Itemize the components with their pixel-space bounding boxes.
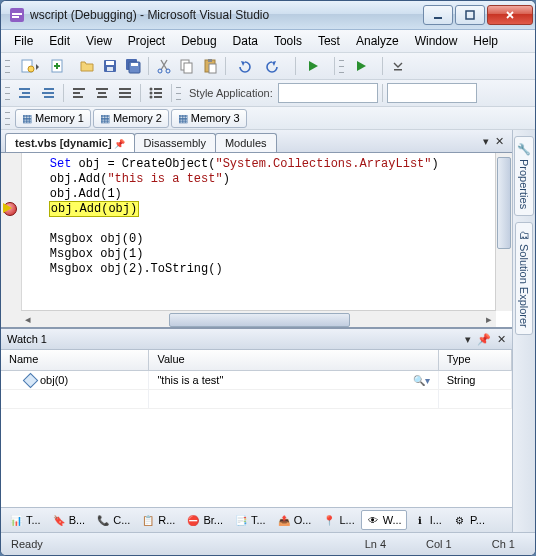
svg-rect-4 [466, 11, 474, 19]
watch-row-empty[interactable] [1, 390, 512, 409]
tab-icon: 📊 [9, 513, 23, 527]
tab-icon: ⛔ [186, 513, 200, 527]
document-tab[interactable]: Disassembly [134, 133, 216, 152]
tab-list-dropdown[interactable]: ▾ [483, 135, 489, 148]
tab-icon: ⚙ [453, 513, 467, 527]
close-document-button[interactable]: ✕ [495, 135, 504, 148]
svg-rect-36 [119, 88, 131, 90]
bottom-tab[interactable]: 📍L... [317, 510, 359, 530]
bottom-tab[interactable]: 📞C... [91, 510, 135, 530]
maximize-button[interactable] [455, 5, 485, 25]
copy-button[interactable] [176, 55, 198, 77]
side-tab-solution-explorer[interactable]: 🗂Solution Explorer [515, 222, 533, 335]
menu-edit[interactable]: Edit [42, 32, 77, 50]
toolbar-grip[interactable] [339, 57, 344, 75]
toolbar-grip[interactable] [5, 109, 10, 127]
bottom-tab[interactable]: 📑T... [229, 510, 271, 530]
vertical-scrollbar[interactable] [495, 153, 512, 311]
document-tab[interactable]: Modules [215, 133, 277, 152]
bottom-tab[interactable]: 👁W... [361, 510, 407, 530]
close-button[interactable] [487, 5, 533, 25]
bottom-tab[interactable]: ⚙P... [448, 510, 490, 530]
continue-button[interactable] [348, 55, 378, 77]
undo-button[interactable] [230, 55, 260, 77]
open-button[interactable] [76, 55, 98, 77]
toolbar-grip[interactable] [176, 84, 181, 102]
watch-row[interactable]: obj(0)"this is a test"🔍▾String [1, 371, 512, 390]
menu-file[interactable]: File [7, 32, 40, 50]
document-tab[interactable]: test.vbs [dynamic]📌 [5, 133, 135, 152]
editor-gutter[interactable] [1, 153, 22, 327]
watch-column-header[interactable]: Value [149, 350, 438, 370]
menu-window[interactable]: Window [408, 32, 465, 50]
bottom-tab[interactable]: ℹI... [408, 510, 447, 530]
bottom-tab[interactable]: 📊T... [4, 510, 46, 530]
menu-test[interactable]: Test [311, 32, 347, 50]
save-button[interactable] [99, 55, 121, 77]
watch-title: Watch 1 [7, 333, 47, 345]
tab-icon: 🔖 [52, 513, 66, 527]
bottom-tab[interactable]: ⛔Br... [181, 510, 228, 530]
svg-point-16 [158, 69, 162, 73]
svg-rect-15 [131, 63, 138, 66]
watch-close-button[interactable]: ✕ [497, 333, 506, 346]
titlebar[interactable]: wscript (Debugging) - Microsoft Visual S… [1, 1, 535, 30]
bottom-tab[interactable]: 🔖B... [47, 510, 91, 530]
memory-tab[interactable]: ▦Memory 2 [93, 109, 169, 128]
watch-dropdown[interactable]: ▾ [465, 333, 471, 346]
app-icon [9, 7, 25, 23]
current-line-arrow-icon [3, 203, 12, 213]
tab-icon: ℹ [413, 513, 427, 527]
code-editor[interactable]: Set obj = CreateObject("System.Collectio… [1, 153, 512, 328]
variable-icon [23, 372, 39, 388]
memory-tab[interactable]: ▦Memory 3 [171, 109, 247, 128]
watch-column-header[interactable]: Type [439, 350, 512, 370]
paste-button[interactable] [199, 55, 221, 77]
menubar: FileEditViewProjectDebugDataToolsTestAna… [1, 30, 535, 53]
style-application-combo[interactable] [278, 83, 378, 103]
svg-point-17 [166, 69, 170, 73]
cut-button[interactable] [153, 55, 175, 77]
list-bullet-button[interactable] [145, 82, 167, 104]
toolbar-grip[interactable] [5, 57, 10, 75]
svg-rect-23 [394, 69, 402, 71]
memory-tab-bar: ▦Memory 1▦Memory 2▦Memory 3 [1, 107, 535, 130]
align-left-button[interactable] [68, 82, 90, 104]
menu-project[interactable]: Project [121, 32, 172, 50]
horizontal-scrollbar[interactable]: ◂▸ [21, 310, 496, 327]
minimize-button[interactable] [423, 5, 453, 25]
tab-icon: 📞 [96, 513, 110, 527]
toolbar-grip[interactable] [5, 84, 10, 102]
save-all-button[interactable] [122, 55, 144, 77]
align-center-button[interactable] [91, 82, 113, 104]
menu-view[interactable]: View [79, 32, 119, 50]
svg-rect-3 [434, 17, 442, 19]
status-ch: Ch 1 [492, 538, 515, 550]
new-item-button[interactable] [14, 55, 44, 77]
outdent-button[interactable] [37, 82, 59, 104]
start-debug-button[interactable] [300, 55, 330, 77]
menu-data[interactable]: Data [226, 32, 265, 50]
target-combo[interactable] [387, 83, 477, 103]
align-justify-button[interactable] [114, 82, 136, 104]
pin-icon[interactable]: 📌 [114, 139, 125, 149]
watch-column-header[interactable]: Name [1, 350, 149, 370]
toolbar-overflow[interactable] [387, 55, 409, 77]
bottom-tab[interactable]: 📤O... [272, 510, 317, 530]
toolbar-main [1, 53, 535, 80]
svg-rect-29 [44, 96, 54, 98]
menu-analyze[interactable]: Analyze [349, 32, 406, 50]
side-tab-properties[interactable]: 🔧Properties [514, 136, 534, 216]
redo-button[interactable] [261, 55, 291, 77]
menu-debug[interactable]: Debug [174, 32, 223, 50]
menu-help[interactable]: Help [466, 32, 505, 50]
add-item-button[interactable] [45, 55, 75, 77]
indent-button[interactable] [14, 82, 36, 104]
menu-tools[interactable]: Tools [267, 32, 309, 50]
watch-pin-icon[interactable]: 📌 [477, 333, 491, 346]
bottom-tab[interactable]: 📋R... [136, 510, 180, 530]
status-ready: Ready [11, 538, 43, 550]
visualizer-icon[interactable]: 🔍▾ [413, 375, 430, 386]
svg-rect-31 [73, 92, 80, 94]
memory-tab[interactable]: ▦Memory 1 [15, 109, 91, 128]
